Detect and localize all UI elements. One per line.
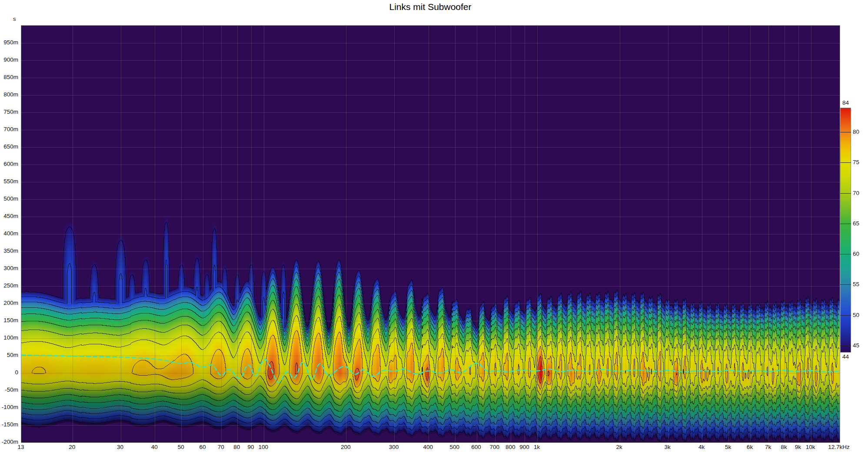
y-tick-label: 600m (0, 161, 18, 168)
x-tick-label: 12.7kHz (828, 444, 850, 450)
colorbar-tick-mark (840, 193, 851, 194)
y-tick-label: 900m (0, 56, 18, 63)
x-tick-label: 6k (747, 444, 753, 450)
y-tick-label: 550m (0, 178, 18, 185)
colorbar-max-label: 84 (841, 99, 851, 106)
wavelet-spectrogram-page: Links mit Subwoofer s 950m900m850m800m75… (0, 0, 868, 452)
y-tick-label: 150m (0, 317, 18, 324)
x-tick-label: 5k (725, 444, 731, 450)
x-tick-label: 500 (449, 444, 459, 450)
y-tick-label: 750m (0, 109, 18, 115)
spectrogram-canvas[interactable] (21, 25, 840, 443)
y-tick-label: 400m (0, 230, 18, 237)
x-tick-label: 900 (519, 444, 529, 450)
x-tick-label: 300 (389, 444, 399, 450)
x-tick-label: 400 (423, 444, 433, 450)
y-tick-label: 450m (0, 213, 18, 220)
colorbar-tick-mark (840, 162, 851, 163)
x-tick-label: 20 (69, 444, 75, 450)
colorbar-min-label: 44 (841, 353, 851, 360)
colorbar-tick-label: 65 (853, 221, 859, 227)
x-tick-label: 40 (151, 444, 158, 450)
y-tick-label: 200m (0, 300, 18, 307)
y-tick-label: 50m (0, 352, 18, 359)
x-tick-label: 3k (664, 444, 670, 450)
colorbar-tick-label: 45 (853, 343, 859, 349)
y-tick-label: -200m (0, 439, 18, 445)
x-tick-label: 80 (233, 444, 240, 450)
x-tick-label: 1k (534, 444, 540, 450)
colorbar-tick-mark (840, 224, 851, 224)
colorbar-tick-mark (840, 254, 851, 254)
y-tick-label: 800m (0, 91, 18, 98)
y-tick-label: -100m (0, 404, 18, 411)
y-tick-label: 350m (0, 247, 18, 254)
colorbar-tick-label: 70 (853, 190, 859, 196)
colorbar-tick-label: 50 (853, 312, 859, 318)
x-tick-label: 70 (218, 444, 224, 450)
x-tick-label: 90 (247, 444, 254, 450)
y-tick-label: 500m (0, 195, 18, 202)
colorbar-tick-label: 75 (853, 159, 859, 165)
y-tick-label: 700m (0, 126, 18, 133)
x-tick-label: 100 (258, 444, 268, 450)
x-tick-label: 30 (117, 444, 123, 450)
page-title: Links mit Subwoofer (389, 2, 471, 12)
x-tick-label: 700 (489, 444, 499, 450)
x-tick-label: 50 (178, 444, 184, 450)
colorbar (840, 108, 851, 353)
y-tick-label: 300m (0, 265, 18, 272)
x-tick-label: 13 (17, 444, 24, 450)
colorbar-tick-mark (840, 284, 851, 285)
x-tick-label: 60 (200, 444, 206, 450)
x-tick-label: 10k (806, 444, 815, 450)
y-tick-label: 100m (0, 334, 18, 341)
x-tick-label: 8k (781, 444, 787, 450)
y-tick-label: 850m (0, 74, 18, 81)
x-tick-label: 200 (341, 444, 351, 450)
colorbar-tick-label: 55 (853, 281, 859, 287)
y-tick-label: 250m (0, 282, 18, 289)
x-tick-label: 800 (506, 444, 515, 450)
colorbar-tick-mark (840, 346, 851, 346)
y-tick-label: 0 (0, 369, 18, 376)
y-tick-label: -150m (0, 421, 18, 428)
colorbar-tick-mark (840, 315, 851, 316)
y-tick-label: 950m (0, 39, 18, 46)
y-axis-unit-label: s (13, 16, 16, 22)
x-tick-label: 2k (616, 444, 622, 450)
x-tick-label: 600 (471, 444, 481, 450)
y-tick-label: 650m (0, 143, 18, 150)
colorbar-tick-label: 60 (853, 251, 859, 257)
colorbar-tick-label: 80 (853, 129, 859, 135)
x-tick-label: 4k (698, 444, 705, 450)
x-tick-label: 7k (765, 444, 771, 450)
y-tick-label: -50m (0, 386, 18, 393)
x-tick-label: 9k (795, 444, 801, 450)
colorbar-tick-mark (840, 132, 851, 132)
